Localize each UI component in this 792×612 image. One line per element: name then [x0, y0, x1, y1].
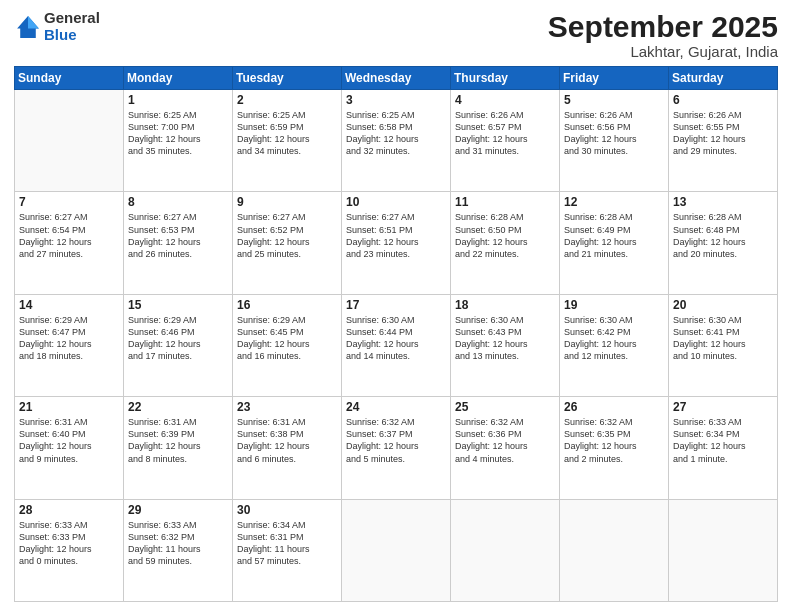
cell-info: Sunrise: 6:26 AM Sunset: 6:57 PM Dayligh… [455, 109, 555, 158]
svg-marker-1 [28, 16, 39, 28]
calendar-cell: 28Sunrise: 6:33 AM Sunset: 6:33 PM Dayli… [15, 499, 124, 601]
calendar-cell: 16Sunrise: 6:29 AM Sunset: 6:45 PM Dayli… [233, 294, 342, 396]
calendar-header-tuesday: Tuesday [233, 67, 342, 90]
calendar-cell [560, 499, 669, 601]
calendar-cell: 13Sunrise: 6:28 AM Sunset: 6:48 PM Dayli… [669, 192, 778, 294]
header: General Blue September 2025 Lakhtar, Guj… [14, 10, 778, 60]
cell-info: Sunrise: 6:28 AM Sunset: 6:48 PM Dayligh… [673, 211, 773, 260]
day-number: 26 [564, 400, 664, 414]
cell-info: Sunrise: 6:26 AM Sunset: 6:56 PM Dayligh… [564, 109, 664, 158]
day-number: 5 [564, 93, 664, 107]
cell-info: Sunrise: 6:30 AM Sunset: 6:41 PM Dayligh… [673, 314, 773, 363]
calendar-header-friday: Friday [560, 67, 669, 90]
cell-info: Sunrise: 6:25 AM Sunset: 6:59 PM Dayligh… [237, 109, 337, 158]
calendar-cell: 20Sunrise: 6:30 AM Sunset: 6:41 PM Dayli… [669, 294, 778, 396]
calendar-header-wednesday: Wednesday [342, 67, 451, 90]
day-number: 2 [237, 93, 337, 107]
day-number: 21 [19, 400, 119, 414]
month-title: September 2025 [548, 10, 778, 43]
calendar-cell: 29Sunrise: 6:33 AM Sunset: 6:32 PM Dayli… [124, 499, 233, 601]
calendar-cell: 7Sunrise: 6:27 AM Sunset: 6:54 PM Daylig… [15, 192, 124, 294]
day-number: 10 [346, 195, 446, 209]
calendar-cell: 5Sunrise: 6:26 AM Sunset: 6:56 PM Daylig… [560, 90, 669, 192]
cell-info: Sunrise: 6:33 AM Sunset: 6:33 PM Dayligh… [19, 519, 119, 568]
cell-info: Sunrise: 6:32 AM Sunset: 6:37 PM Dayligh… [346, 416, 446, 465]
calendar-cell: 4Sunrise: 6:26 AM Sunset: 6:57 PM Daylig… [451, 90, 560, 192]
cell-info: Sunrise: 6:30 AM Sunset: 6:43 PM Dayligh… [455, 314, 555, 363]
calendar-cell: 11Sunrise: 6:28 AM Sunset: 6:50 PM Dayli… [451, 192, 560, 294]
cell-info: Sunrise: 6:27 AM Sunset: 6:51 PM Dayligh… [346, 211, 446, 260]
calendar-table: SundayMondayTuesdayWednesdayThursdayFrid… [14, 66, 778, 602]
cell-info: Sunrise: 6:28 AM Sunset: 6:49 PM Dayligh… [564, 211, 664, 260]
cell-info: Sunrise: 6:31 AM Sunset: 6:40 PM Dayligh… [19, 416, 119, 465]
calendar-cell: 3Sunrise: 6:25 AM Sunset: 6:58 PM Daylig… [342, 90, 451, 192]
calendar-cell: 2Sunrise: 6:25 AM Sunset: 6:59 PM Daylig… [233, 90, 342, 192]
calendar-cell: 10Sunrise: 6:27 AM Sunset: 6:51 PM Dayli… [342, 192, 451, 294]
cell-info: Sunrise: 6:30 AM Sunset: 6:42 PM Dayligh… [564, 314, 664, 363]
day-number: 19 [564, 298, 664, 312]
calendar-cell: 9Sunrise: 6:27 AM Sunset: 6:52 PM Daylig… [233, 192, 342, 294]
page: General Blue September 2025 Lakhtar, Guj… [0, 0, 792, 612]
calendar-cell: 22Sunrise: 6:31 AM Sunset: 6:39 PM Dayli… [124, 397, 233, 499]
calendar-week-row: 1Sunrise: 6:25 AM Sunset: 7:00 PM Daylig… [15, 90, 778, 192]
cell-info: Sunrise: 6:25 AM Sunset: 6:58 PM Dayligh… [346, 109, 446, 158]
logo-text: General Blue [44, 10, 100, 43]
cell-info: Sunrise: 6:29 AM Sunset: 6:46 PM Dayligh… [128, 314, 228, 363]
cell-info: Sunrise: 6:33 AM Sunset: 6:34 PM Dayligh… [673, 416, 773, 465]
cell-info: Sunrise: 6:34 AM Sunset: 6:31 PM Dayligh… [237, 519, 337, 568]
calendar-week-row: 28Sunrise: 6:33 AM Sunset: 6:33 PM Dayli… [15, 499, 778, 601]
day-number: 24 [346, 400, 446, 414]
calendar-header-monday: Monday [124, 67, 233, 90]
day-number: 20 [673, 298, 773, 312]
day-number: 17 [346, 298, 446, 312]
calendar-header-thursday: Thursday [451, 67, 560, 90]
day-number: 4 [455, 93, 555, 107]
day-number: 18 [455, 298, 555, 312]
day-number: 28 [19, 503, 119, 517]
day-number: 15 [128, 298, 228, 312]
day-number: 1 [128, 93, 228, 107]
day-number: 29 [128, 503, 228, 517]
cell-info: Sunrise: 6:28 AM Sunset: 6:50 PM Dayligh… [455, 211, 555, 260]
cell-info: Sunrise: 6:33 AM Sunset: 6:32 PM Dayligh… [128, 519, 228, 568]
calendar-cell: 18Sunrise: 6:30 AM Sunset: 6:43 PM Dayli… [451, 294, 560, 396]
calendar-cell: 19Sunrise: 6:30 AM Sunset: 6:42 PM Dayli… [560, 294, 669, 396]
cell-info: Sunrise: 6:26 AM Sunset: 6:55 PM Dayligh… [673, 109, 773, 158]
calendar-header-saturday: Saturday [669, 67, 778, 90]
day-number: 7 [19, 195, 119, 209]
cell-info: Sunrise: 6:30 AM Sunset: 6:44 PM Dayligh… [346, 314, 446, 363]
calendar-cell: 24Sunrise: 6:32 AM Sunset: 6:37 PM Dayli… [342, 397, 451, 499]
calendar-cell [15, 90, 124, 192]
title-block: September 2025 Lakhtar, Gujarat, India [548, 10, 778, 60]
day-number: 30 [237, 503, 337, 517]
cell-info: Sunrise: 6:27 AM Sunset: 6:54 PM Dayligh… [19, 211, 119, 260]
calendar-header-sunday: Sunday [15, 67, 124, 90]
calendar-cell [342, 499, 451, 601]
calendar-cell: 25Sunrise: 6:32 AM Sunset: 6:36 PM Dayli… [451, 397, 560, 499]
cell-info: Sunrise: 6:31 AM Sunset: 6:39 PM Dayligh… [128, 416, 228, 465]
day-number: 14 [19, 298, 119, 312]
calendar-cell: 23Sunrise: 6:31 AM Sunset: 6:38 PM Dayli… [233, 397, 342, 499]
calendar-cell [669, 499, 778, 601]
day-number: 8 [128, 195, 228, 209]
day-number: 6 [673, 93, 773, 107]
day-number: 9 [237, 195, 337, 209]
calendar-cell: 15Sunrise: 6:29 AM Sunset: 6:46 PM Dayli… [124, 294, 233, 396]
logo-blue: Blue [44, 26, 77, 43]
calendar-week-row: 14Sunrise: 6:29 AM Sunset: 6:47 PM Dayli… [15, 294, 778, 396]
calendar-cell: 12Sunrise: 6:28 AM Sunset: 6:49 PM Dayli… [560, 192, 669, 294]
calendar-cell: 14Sunrise: 6:29 AM Sunset: 6:47 PM Dayli… [15, 294, 124, 396]
day-number: 27 [673, 400, 773, 414]
logo-icon [14, 13, 42, 41]
calendar-cell: 30Sunrise: 6:34 AM Sunset: 6:31 PM Dayli… [233, 499, 342, 601]
calendar-cell: 6Sunrise: 6:26 AM Sunset: 6:55 PM Daylig… [669, 90, 778, 192]
cell-info: Sunrise: 6:27 AM Sunset: 6:53 PM Dayligh… [128, 211, 228, 260]
calendar-cell: 27Sunrise: 6:33 AM Sunset: 6:34 PM Dayli… [669, 397, 778, 499]
day-number: 11 [455, 195, 555, 209]
cell-info: Sunrise: 6:32 AM Sunset: 6:35 PM Dayligh… [564, 416, 664, 465]
calendar-cell: 8Sunrise: 6:27 AM Sunset: 6:53 PM Daylig… [124, 192, 233, 294]
calendar-cell [451, 499, 560, 601]
cell-info: Sunrise: 6:25 AM Sunset: 7:00 PM Dayligh… [128, 109, 228, 158]
logo-general: General [44, 9, 100, 26]
calendar-cell: 17Sunrise: 6:30 AM Sunset: 6:44 PM Dayli… [342, 294, 451, 396]
